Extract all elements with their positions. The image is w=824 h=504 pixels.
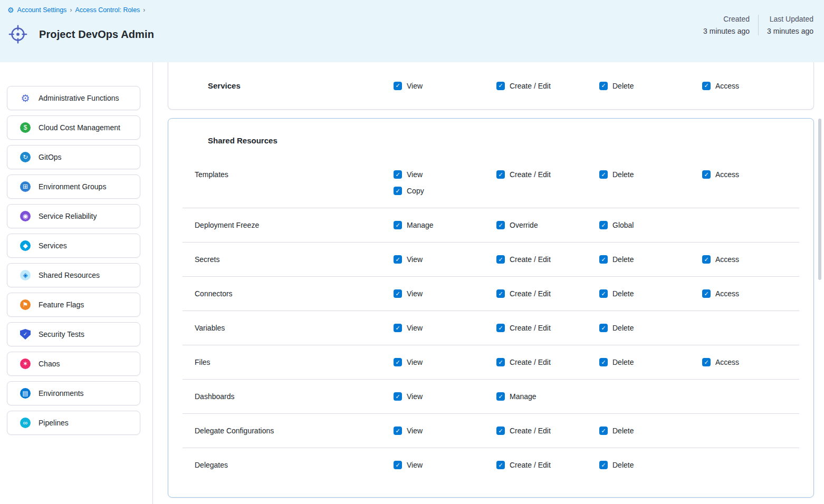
checkbox-access[interactable]: Access [702,170,799,179]
checkbox-view[interactable]: View [394,392,496,401]
checkbox-label: View [407,461,423,469]
permission-row-dashboards: Dashboards View Manage [183,380,799,414]
checked-checkbox-icon[interactable] [702,255,711,264]
checkbox-delete[interactable]: Delete [599,289,702,298]
permission-cell: Access [702,158,799,208]
checked-checkbox-icon[interactable] [496,392,505,401]
checkbox-create-edit[interactable]: Create / Edit [496,170,599,179]
checked-checkbox-icon[interactable] [599,82,608,90]
checkbox-create-edit[interactable]: Create / Edit [496,82,599,90]
checkbox-delete[interactable]: Delete [599,427,702,435]
checkbox-delete[interactable]: Delete [599,358,702,366]
pipelines-icon: ∞ [20,418,31,428]
checked-checkbox-icon[interactable] [496,289,505,298]
checkbox-view[interactable]: View [394,427,496,435]
checked-checkbox-icon[interactable] [496,221,505,229]
checked-checkbox-icon[interactable] [496,324,505,332]
breadcrumb-access-control-roles[interactable]: Access Control: Roles [75,6,140,14]
checkbox-create-edit[interactable]: Create / Edit [496,255,599,264]
checked-checkbox-icon[interactable] [599,221,608,229]
checkbox-delete[interactable]: Delete [599,170,702,179]
checked-checkbox-icon[interactable] [599,427,608,435]
checked-checkbox-icon[interactable] [599,324,608,332]
sidebar-item-pipelines[interactable]: ∞ Pipelines [7,411,140,435]
checkbox-view[interactable]: View [394,82,496,90]
checkbox-create-edit[interactable]: Create / Edit [496,461,599,469]
sidebar-item-shared-resources[interactable]: ◈ Shared Resources [7,263,140,287]
resource-label: Variables [183,311,394,345]
checked-checkbox-icon[interactable] [394,187,402,195]
role-meta: Created 3 minutes ago Last Updated 3 min… [702,15,815,35]
checked-checkbox-icon[interactable] [496,358,505,366]
checkbox-delete[interactable]: Delete [599,255,702,264]
created-info: Created 3 minutes ago [702,15,751,35]
permission-cell [702,208,799,242]
sidebar-item-service-reliability[interactable]: ◉ Service Reliability [7,204,140,228]
checked-checkbox-icon[interactable] [702,289,711,298]
checkbox-override[interactable]: Override [496,221,599,229]
checked-checkbox-icon[interactable] [496,82,505,90]
checkbox-access[interactable]: Access [702,289,799,298]
checked-checkbox-icon[interactable] [394,289,402,298]
checked-checkbox-icon[interactable] [599,358,608,366]
checked-checkbox-icon[interactable] [702,82,711,90]
sidebar-item-cloud-cost-management[interactable]: $ Cloud Cost Management [7,115,140,140]
sidebar-item-services[interactable]: ◆ Services [7,234,140,258]
checkbox-view[interactable]: View [394,255,496,264]
sidebar-item-administrative-functions[interactable]: ⚙ Administrative Functions [7,86,140,110]
checked-checkbox-icon[interactable] [496,255,505,264]
checked-checkbox-icon[interactable] [394,255,402,264]
checkbox-manage[interactable]: Manage [394,221,496,229]
checked-checkbox-icon[interactable] [599,289,608,298]
checkbox-delete[interactable]: Delete [599,324,702,332]
checkbox-manage[interactable]: Manage [496,392,599,401]
checkbox-view[interactable]: View [394,461,496,469]
checked-checkbox-icon[interactable] [599,255,608,264]
sidebar-item-environments[interactable]: ▤ Environments [7,381,140,405]
checked-checkbox-icon[interactable] [496,427,505,435]
checkbox-delete[interactable]: Delete [599,82,702,90]
checkbox-copy[interactable]: Copy [394,187,496,195]
checkbox-access[interactable]: Access [702,82,799,90]
checked-checkbox-icon[interactable] [702,358,711,366]
checked-checkbox-icon[interactable] [394,427,402,435]
breadcrumb-account-settings[interactable]: Account Settings [17,6,67,14]
checked-checkbox-icon[interactable] [599,170,608,179]
checkbox-delete[interactable]: Delete [599,461,702,469]
checked-checkbox-icon[interactable] [394,324,402,332]
checked-checkbox-icon[interactable] [702,170,711,179]
checked-checkbox-icon[interactable] [394,170,402,179]
checkbox-view[interactable]: View [394,324,496,332]
checkbox-create-edit[interactable]: Create / Edit [496,358,599,366]
checkbox-view[interactable]: View [394,170,496,179]
checkbox-view[interactable]: View [394,289,496,298]
checked-checkbox-icon[interactable] [496,461,505,469]
checked-checkbox-icon[interactable] [394,461,402,469]
checkbox-create-edit[interactable]: Create / Edit [496,324,599,332]
resource-label: Templates [183,158,394,208]
checkbox-create-edit[interactable]: Create / Edit [496,427,599,435]
checked-checkbox-icon[interactable] [394,221,402,229]
sidebar-item-environment-groups[interactable]: ⊞ Environment Groups [7,175,140,199]
permission-cell: Create / Edit [496,311,599,345]
checkbox-create-edit[interactable]: Create / Edit [496,289,599,298]
sidebar-item-chaos[interactable]: ✶ Chaos [7,352,140,376]
checked-checkbox-icon[interactable] [599,461,608,469]
checked-checkbox-icon[interactable] [394,392,402,401]
shared-resources-card-head: ◈ Shared Resources [183,119,799,158]
sidebar-item-gitops[interactable]: ↻ GitOps [7,145,140,169]
checkbox-label: View [407,255,423,264]
sidebar-item-feature-flags[interactable]: ⚑ Feature Flags [7,293,140,317]
checkbox-label: Access [715,255,739,264]
checkbox-access[interactable]: Access [702,358,799,366]
permission-cell [702,380,799,413]
sidebar-item-security-tests[interactable]: ✓ Security Tests [7,322,140,346]
checkbox-access[interactable]: Access [702,255,799,264]
checked-checkbox-icon[interactable] [496,170,505,179]
checkbox-view[interactable]: View [394,358,496,366]
checkbox-global[interactable]: Global [599,221,702,229]
checked-checkbox-icon[interactable] [394,358,402,366]
vertical-scrollbar[interactable] [818,119,821,280]
checkbox-label: View [407,392,423,401]
checked-checkbox-icon[interactable] [394,82,402,90]
